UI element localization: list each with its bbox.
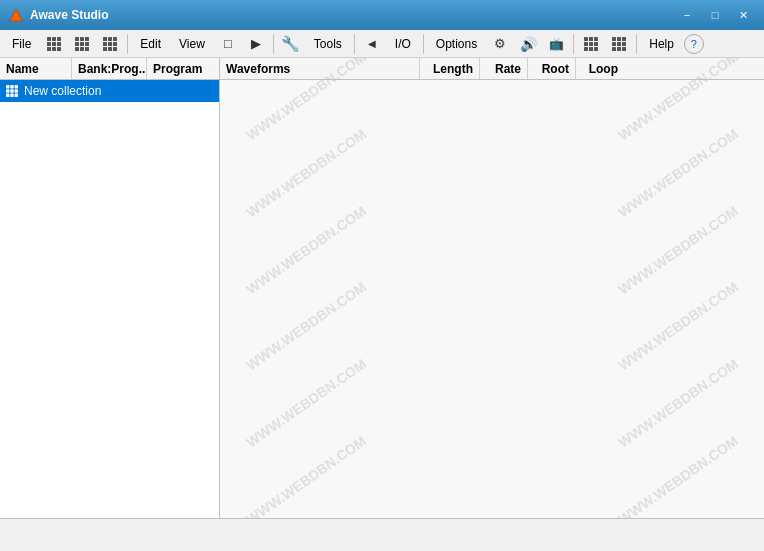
sep-1 <box>127 34 128 54</box>
sep-5 <box>573 34 574 54</box>
left-panel: Name Bank:Prog... Program New collec <box>0 58 220 518</box>
toolbar-grid-1[interactable] <box>41 32 67 56</box>
col-header-loop: Loop <box>576 58 624 79</box>
title-bar: Awave Studio − □ ✕ <box>0 0 764 30</box>
sep-6 <box>636 34 637 54</box>
menu-edit[interactable]: Edit <box>132 34 169 54</box>
svg-marker-0 <box>10 9 22 21</box>
tools-icon[interactable]: 🔧 <box>278 32 304 56</box>
sep-2 <box>273 34 274 54</box>
col-header-length: Length <box>420 58 480 79</box>
gear-icon[interactable]: ⚙ <box>487 32 513 56</box>
col-header-root: Root <box>528 58 576 79</box>
menu-options[interactable]: Options <box>428 34 485 54</box>
right-column-headers: Waveforms Length Rate Root Loop <box>220 58 764 80</box>
tree-item-new-collection[interactable]: New collection <box>0 80 219 102</box>
menu-help[interactable]: Help <box>641 34 682 54</box>
main-area: Name Bank:Prog... Program New collec <box>0 58 764 518</box>
maximize-button[interactable]: □ <box>702 5 728 25</box>
display-icon[interactable]: 📺 <box>543 32 569 56</box>
left-column-headers: Name Bank:Prog... Program <box>0 58 219 80</box>
sep-3 <box>354 34 355 54</box>
menu-bar: File Edit View □ ▶ 🔧 Tools ◀ I/O Options… <box>0 30 764 58</box>
col-header-waveforms: Waveforms <box>220 58 420 79</box>
sep-4 <box>423 34 424 54</box>
window-title: Awave Studio <box>30 8 674 22</box>
watermark: WWW.WEBDBN.COM WWW.WEBDBN.COM WWW.WEBDBN… <box>220 58 764 518</box>
col-header-bank: Bank:Prog... <box>72 58 147 79</box>
play-button[interactable]: ▶ <box>243 32 269 56</box>
menu-view[interactable]: View <box>171 34 213 54</box>
close-button[interactable]: ✕ <box>730 5 756 25</box>
col-header-program: Program <box>147 58 219 79</box>
menu-io[interactable]: I/O <box>387 34 419 54</box>
tree-item-label: New collection <box>24 84 101 98</box>
audio-icon[interactable]: 🔊 <box>515 32 541 56</box>
app-icon <box>8 7 24 23</box>
menu-file[interactable]: File <box>4 34 39 54</box>
minimize-button[interactable]: − <box>674 5 700 25</box>
view-square-icon[interactable]: □ <box>215 32 241 56</box>
menu-tools[interactable]: Tools <box>306 34 350 54</box>
right-panel: Waveforms Length Rate Root Loop WWW.WEBD… <box>220 58 764 518</box>
col-header-rate: Rate <box>480 58 528 79</box>
toolbar-grid-5[interactable] <box>606 32 632 56</box>
toolbar-grid-3[interactable] <box>97 32 123 56</box>
status-bar <box>0 518 764 536</box>
help-icon[interactable]: ? <box>684 34 704 54</box>
toolbar-grid-2[interactable] <box>69 32 95 56</box>
toolbar-grid-4[interactable] <box>578 32 604 56</box>
col-header-name: Name <box>0 58 72 79</box>
io-left-icon[interactable]: ◀ <box>359 32 385 56</box>
collection-icon <box>4 83 20 99</box>
window-controls: − □ ✕ <box>674 5 756 25</box>
